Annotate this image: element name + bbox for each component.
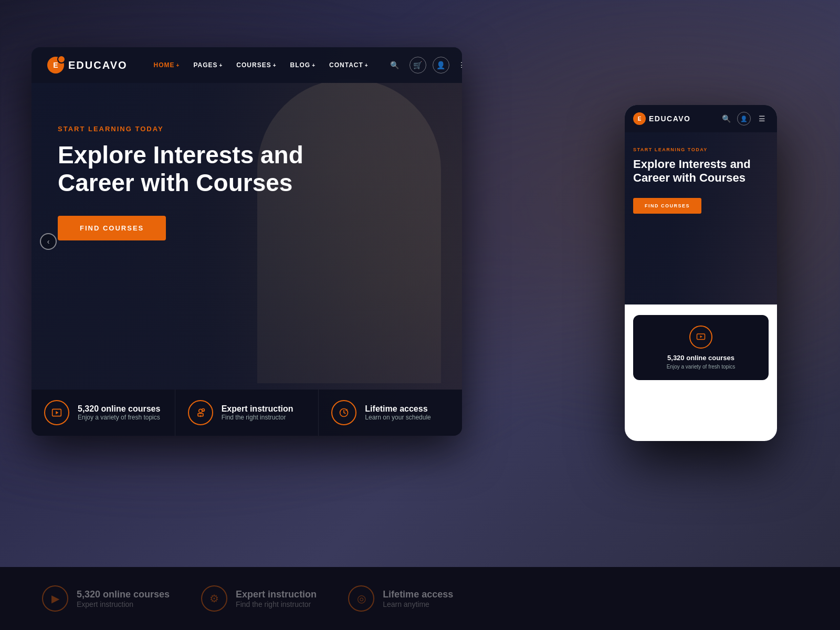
mobile-nav-icons: 🔍 👤 ☰ <box>719 112 769 125</box>
stat-item-lifetime: Lifetime access Learn on your schedule <box>319 390 462 436</box>
nav-item-blog[interactable]: BLOG + <box>285 58 321 72</box>
bottom-stat-3-title: Lifetime access <box>383 589 453 600</box>
logo-icon: E <box>47 57 64 74</box>
stat-instruction-title: Expert instruction <box>222 404 293 414</box>
play-icon <box>44 400 69 425</box>
bottom-stat-2-sub: Find the right instructor <box>236 600 317 608</box>
nav-icons: 🔍 🛒 👤 ☰ <box>386 57 462 74</box>
bottom-stat-3-sub: Learn anytime <box>383 600 453 608</box>
play-icon: ▶ <box>42 585 68 612</box>
stat-instruction-sub: Find the right instructor <box>222 414 293 421</box>
mobile-menu-icon[interactable]: ☰ <box>755 112 769 125</box>
stat-item-courses: 5,320 online courses Enjoy a variety of … <box>32 390 175 436</box>
desktop-stats-bar: 5,320 online courses Enjoy a variety of … <box>32 390 462 436</box>
mobile-play-icon <box>689 326 712 349</box>
mobile-find-courses-button[interactable]: FIND COURSES <box>633 198 701 214</box>
mobile-search-icon[interactable]: 🔍 <box>719 112 733 125</box>
mobile-navbar: E EDUCAVO 🔍 👤 ☰ <box>625 105 777 132</box>
svg-marker-9 <box>700 335 703 338</box>
stat-lifetime-title: Lifetime access <box>365 404 430 414</box>
stat-courses-title: 5,320 online courses <box>78 404 160 414</box>
nav-item-courses[interactable]: COURSES + <box>231 58 281 72</box>
nav-item-pages[interactable]: PAGES + <box>188 58 228 72</box>
bottom-stat-1: ▶ 5,320 online courses Expert instructio… <box>42 585 170 612</box>
bottom-stat-2-title: Expert instruction <box>236 589 317 600</box>
logo-text: EDUCAVO <box>68 59 128 71</box>
mobile-logo[interactable]: E EDUCAVO <box>633 112 719 125</box>
bottom-stat-1-title: 5,320 online courses <box>77 589 170 600</box>
bottom-stat-3: ◎ Lifetime access Learn anytime <box>348 585 453 612</box>
instruction-icon <box>188 400 213 425</box>
mobile-hero: E EDUCAVO 🔍 👤 ☰ START LEARNING TODAY Exp… <box>625 105 777 304</box>
cart-icon[interactable]: 🛒 <box>410 57 426 74</box>
mobile-logo-icon: E <box>633 112 646 125</box>
user-icon[interactable]: 👤 <box>433 57 449 74</box>
mobile-hero-title: Explore Interests and Career with Course… <box>633 158 769 185</box>
desktop-hero-content: START LEARNING TODAY Explore Interests a… <box>32 83 462 240</box>
mobile-user-icon[interactable]: 👤 <box>737 112 751 125</box>
search-icon[interactable]: 🔍 <box>386 57 403 74</box>
logo-letter: E <box>53 61 58 69</box>
bottom-stat-1-sub: Expert instruction <box>77 600 170 608</box>
desktop-mockup: E EDUCAVO HOME + PAGES + COURSES + BLOG … <box>32 47 462 436</box>
gear-icon: ⚙ <box>201 585 227 612</box>
mobile-bottom-section: 5,320 online courses Enjoy a variety of … <box>625 315 777 380</box>
nav-item-contact[interactable]: CONTACT + <box>324 58 374 72</box>
mobile-hero-subtitle: START LEARNING TODAY <box>633 147 769 152</box>
prev-slide-arrow[interactable]: ‹ <box>40 233 57 250</box>
stat-item-instruction: Expert instruction Find the right instru… <box>175 390 319 436</box>
stat-lifetime-sub: Learn on your schedule <box>365 414 430 421</box>
mobile-logo-text: EDUCAVO <box>649 114 690 123</box>
clock-icon: ◎ <box>348 585 374 612</box>
mobile-stat-title: 5,320 online courses <box>667 354 734 362</box>
clock-icon <box>331 400 356 425</box>
bottom-stats-bar: ▶ 5,320 online courses Expert instructio… <box>0 567 840 630</box>
stat-courses-sub: Enjoy a variety of fresh topics <box>78 414 160 421</box>
bottom-stat-2: ⚙ Expert instruction Find the right inst… <box>201 585 317 612</box>
menu-icon[interactable]: ☰ <box>456 57 462 74</box>
hero-title: Explore Interests and Career with Course… <box>58 141 331 197</box>
hero-subtitle: START LEARNING TODAY <box>58 125 436 133</box>
find-courses-button[interactable]: FIND COURSES <box>58 216 166 240</box>
mobile-stat-card: 5,320 online courses Enjoy a variety of … <box>633 315 769 380</box>
logo[interactable]: E EDUCAVO <box>47 57 128 74</box>
mobile-mockup: E EDUCAVO 🔍 👤 ☰ START LEARNING TODAY Exp… <box>625 105 777 441</box>
mobile-hero-content: START LEARNING TODAY Explore Interests a… <box>625 132 777 214</box>
svg-marker-1 <box>56 411 58 415</box>
nav-menu: HOME + PAGES + COURSES + BLOG + CONTACT … <box>149 58 374 72</box>
mobile-stat-sub: Enjoy a variety of fresh topics <box>667 364 736 370</box>
nav-item-home[interactable]: HOME + <box>149 58 185 72</box>
desktop-navbar: E EDUCAVO HOME + PAGES + COURSES + BLOG … <box>32 47 462 83</box>
